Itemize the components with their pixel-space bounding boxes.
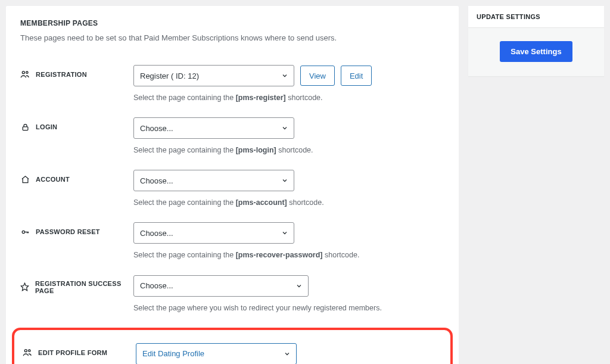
membership-pages-panel: MEMBERSHIP PAGES These pages need to be …	[6, 6, 459, 364]
login-help: Select the page containing the [pms-logi…	[133, 145, 444, 155]
registration-help: Select the page containing the [pms-regi…	[133, 92, 444, 103]
edit-profile-label: EDIT PROFILE FORM	[38, 349, 107, 356]
registration-success-help: Select the page where you wish to redire…	[133, 303, 444, 313]
svg-marker-4	[21, 283, 29, 291]
password-reset-help: Select the page containing the [pms-reco…	[133, 250, 444, 260]
svg-point-0	[22, 71, 24, 74]
section-description: These pages need to be set so that Paid …	[20, 33, 444, 42]
svg-point-5	[24, 349, 27, 351]
login-select[interactable]: Choose...	[133, 117, 294, 139]
people-icon	[20, 70, 30, 79]
lock-icon	[20, 122, 30, 132]
svg-point-1	[26, 71, 28, 73]
field-login: LOGIN Choose... Select the page containi…	[20, 111, 444, 164]
people-icon	[23, 348, 32, 357]
registration-label: REGISTRATION	[36, 71, 87, 78]
save-settings-button[interactable]: Save Settings	[500, 41, 572, 62]
home-icon	[20, 175, 30, 184]
login-label: LOGIN	[36, 123, 57, 130]
field-edit-profile: EDIT PROFILE FORM Edit Dating Profile	[20, 340, 444, 364]
sidebar-title: UPDATE SETTINGS	[468, 6, 604, 28]
field-registration: REGISTRATION Register ( ID: 12) View Edi…	[20, 59, 444, 111]
field-password-reset: PASSWORD RESET Choose... Select the page…	[20, 216, 444, 269]
field-account: ACCOUNT Choose... Select the page contai…	[20, 164, 444, 216]
update-settings-sidebar: UPDATE SETTINGS Save Settings	[468, 6, 604, 76]
svg-point-6	[29, 350, 30, 351]
svg-point-3	[22, 231, 24, 233]
field-registration-success: REGISTRATION SUCCESS PAGE Choose... Sele…	[20, 269, 444, 322]
section-title: MEMBERSHIP PAGES	[20, 19, 444, 27]
star-icon	[20, 282, 29, 292]
registration-success-label: REGISTRATION SUCCESS PAGE	[35, 280, 133, 294]
edit-profile-highlight: EDIT PROFILE FORM Edit Dating Profile	[12, 328, 453, 364]
svg-rect-2	[23, 127, 28, 130]
registration-select[interactable]: Register ( ID: 12)	[133, 65, 294, 86]
edit-profile-select[interactable]: Edit Dating Profile	[136, 343, 297, 364]
account-select[interactable]: Choose...	[133, 170, 294, 191]
account-label: ACCOUNT	[36, 176, 70, 183]
password-reset-label: PASSWORD RESET	[36, 228, 100, 235]
key-icon	[20, 227, 30, 237]
edit-button[interactable]: Edit	[341, 66, 372, 86]
view-button[interactable]: View	[300, 66, 335, 86]
registration-success-select[interactable]: Choose...	[133, 275, 309, 297]
password-reset-select[interactable]: Choose...	[133, 222, 294, 244]
account-help: Select the page containing the [pms-acco…	[133, 197, 444, 208]
